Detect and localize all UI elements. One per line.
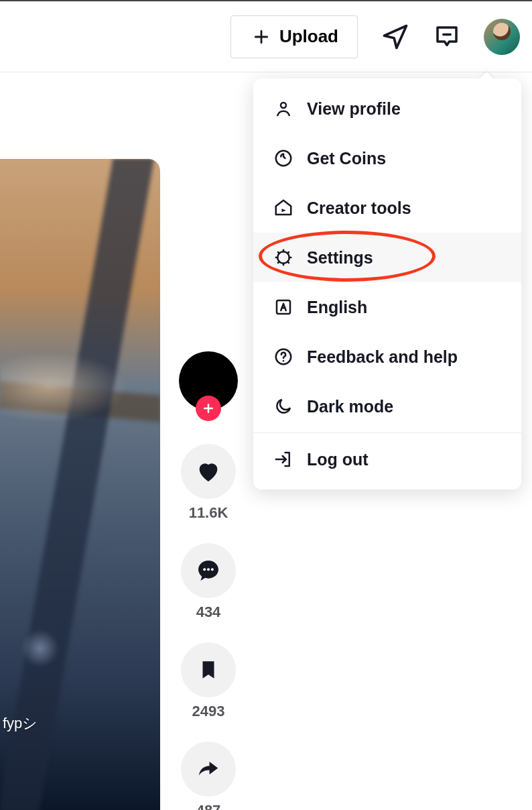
- comment-button[interactable]: [181, 543, 236, 598]
- menu-label: English: [307, 298, 367, 317]
- bookmark-icon: [197, 658, 220, 681]
- menu-feedback[interactable]: Feedback and help: [253, 332, 521, 382]
- like-count: 11.6K: [189, 504, 228, 522]
- upload-label: Upload: [279, 26, 338, 47]
- plus-icon: [250, 25, 273, 48]
- heart-icon: [195, 458, 222, 485]
- messages-icon[interactable]: [381, 22, 410, 52]
- menu-label: Creator tools: [307, 198, 411, 218]
- menu-label: View profile: [307, 99, 401, 119]
- svg-point-3: [281, 103, 286, 108]
- share-count: 487: [196, 802, 221, 810]
- menu-settings[interactable]: Settings: [253, 233, 521, 282]
- svg-point-0: [203, 568, 206, 571]
- top-bar: Upload: [0, 1, 532, 72]
- author-avatar[interactable]: [179, 351, 238, 410]
- svg-point-2: [211, 568, 214, 571]
- comment-action: 434: [181, 543, 236, 621]
- coin-icon: [272, 147, 295, 170]
- menu-view-profile[interactable]: View profile: [253, 84, 521, 133]
- menu-dark-mode[interactable]: Dark mode: [253, 382, 521, 431]
- follow-button[interactable]: [196, 396, 221, 421]
- logout-icon: [272, 448, 295, 471]
- menu-label: Settings: [307, 248, 373, 268]
- upload-button[interactable]: Upload: [230, 15, 358, 58]
- comment-icon: [195, 557, 222, 584]
- save-action: 2493: [181, 642, 236, 720]
- inbox-icon[interactable]: [433, 23, 461, 51]
- menu-label: Feedback and help: [307, 347, 458, 367]
- menu-label: Get Coins: [307, 149, 386, 168]
- language-icon: [272, 296, 295, 319]
- like-action: 11.6K: [181, 444, 236, 522]
- svg-point-8: [283, 360, 285, 362]
- menu-label: Dark mode: [307, 397, 393, 416]
- video-preview[interactable]: fypシ: [0, 159, 160, 810]
- video-hashtag: fypシ: [3, 713, 38, 734]
- creator-tools-icon: [272, 196, 295, 219]
- avatar[interactable]: [484, 19, 520, 55]
- share-button[interactable]: [181, 742, 236, 797]
- menu-log-out[interactable]: Log out: [253, 435, 521, 484]
- menu-separator: [253, 432, 521, 433]
- profile-dropdown: View profile Get Coins Creator tools Set…: [253, 78, 521, 489]
- svg-point-1: [207, 568, 210, 571]
- gear-icon: [272, 246, 295, 269]
- user-icon: [272, 97, 295, 120]
- menu-creator-tools[interactable]: Creator tools: [253, 183, 521, 233]
- menu-language[interactable]: English: [253, 282, 521, 332]
- save-button[interactable]: [181, 642, 236, 697]
- share-icon: [196, 756, 221, 782]
- comment-count: 434: [196, 603, 221, 621]
- action-rail: 11.6K 434 2493 487: [178, 351, 239, 810]
- svg-point-4: [276, 151, 291, 166]
- moon-icon: [272, 395, 295, 418]
- like-button[interactable]: [181, 444, 236, 499]
- menu-get-coins[interactable]: Get Coins: [253, 133, 521, 183]
- save-count: 2493: [192, 703, 225, 720]
- share-action: 487: [181, 742, 236, 810]
- help-icon: [272, 345, 295, 368]
- menu-label: Log out: [307, 450, 369, 469]
